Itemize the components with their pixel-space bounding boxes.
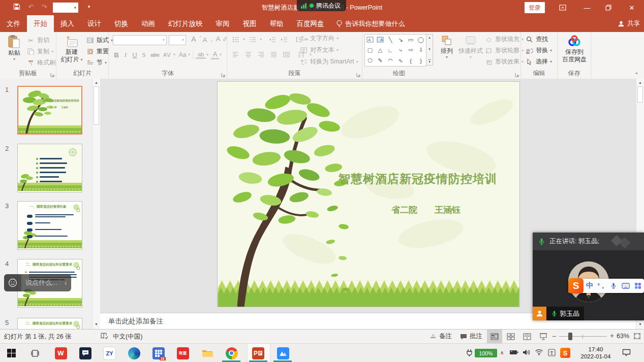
tab-file[interactable]: 文件 [0,15,27,32]
new-slide-button[interactable]: 新建 幻灯片▾ [59,35,84,63]
meeting-window-header[interactable]: 正在讲话: 郭玉晶; [533,233,644,250]
editor-scrollbar-thumb[interactable] [637,86,643,103]
save-icon[interactable] [10,0,23,13]
char-spacing-button[interactable]: AV▾ [162,52,175,58]
font-dialog-launcher-icon[interactable] [221,73,226,77]
oval-shape-icon[interactable]: ◯ [416,35,426,45]
strikethrough-button[interactable]: abc [148,52,162,58]
clear-formatting-button[interactable]: A [213,35,227,43]
numbering-icon[interactable] [248,35,257,44]
tab-baidu-netdisk[interactable]: 百度网盘 [290,15,331,32]
task-view-button[interactable] [28,347,41,359]
paragraph-dialog-launcher-icon[interactable] [356,73,361,77]
tab-view[interactable]: 视图 [236,15,263,32]
align-center-icon[interactable] [244,50,253,59]
font-color-button[interactable]: A▾ [211,50,222,59]
power-plug-icon[interactable] [466,349,473,357]
curve-shape-icon[interactable]: ∿ [396,56,406,65]
distribute-icon[interactable] [282,50,291,59]
view-sorter-button[interactable] [503,330,518,343]
emoji-icon[interactable] [4,274,21,291]
redo-button[interactable]: ↷ [38,0,51,13]
tab-home[interactable]: 开始 [27,15,54,32]
format-painter-button[interactable]: 格式刷 [26,58,55,67]
text-shadow-button[interactable]: S [139,51,148,59]
battery-icon[interactable] [509,349,518,356]
align-left-icon[interactable] [231,50,240,59]
arrange-button[interactable]: 排列▾ [436,35,457,59]
italic-button[interactable]: I [121,51,130,59]
find-button[interactable]: 查找 [525,35,548,44]
ribbon-display-options-icon[interactable] [552,0,573,15]
language-label[interactable]: 中文(中国) [113,333,142,341]
clipboard-dialog-launcher-icon[interactable] [50,73,55,77]
zoom-in-button[interactable]: + [610,332,614,340]
tray-expand-icon[interactable]: ∧ [500,350,504,355]
powerpoint-icon[interactable]: P [252,347,264,359]
youdao-icon[interactable]: 有道 [176,347,189,359]
ime-keyboard-icon[interactable] [620,283,632,289]
view-slideshow-button[interactable] [536,330,551,343]
section-button[interactable]: 节▾ [86,58,107,67]
quick-styles-button[interactable]: 快速样式▾ [458,35,483,59]
cut-button[interactable]: ✂剪切 [26,36,49,45]
slide-thumbnail-1[interactable]: 智慧树酒店新冠疫情防控培训 省二院 王涵钰 [17,86,82,135]
shapes-gallery[interactable]: A A ╲ ↘ ▭ ◯ ▢ △ ∟ ⤷ ⇨ ⇩ ⬠ ✎ ◠ ∿ { } [364,34,426,67]
view-reading-button[interactable] [519,330,535,343]
elbow-arrow-connector-icon[interactable]: ⤷ [396,45,406,55]
tell-me-box[interactable]: 告诉我你想要做什么 [331,15,410,32]
tab-transitions[interactable]: 切换 [108,15,135,32]
tab-slideshow[interactable]: 幻灯片放映 [162,15,209,32]
reset-button[interactable]: 重置 [86,47,109,56]
tencent-meeting-pill[interactable]: 腾讯会议 [297,0,346,11]
justify-icon[interactable] [269,50,278,59]
bold-button[interactable]: B [112,51,121,59]
text-box-icon[interactable]: A [365,35,375,45]
increase-indent-icon[interactable] [280,35,288,44]
grow-font-button[interactable]: A˄ [189,35,202,43]
meeting-chat-bubble[interactable]: 说点什么... ‹ [4,274,71,291]
chat-input-placeholder[interactable]: 说点什么... [21,278,59,287]
align-right-icon[interactable] [257,50,265,59]
gallery-up-icon[interactable]: ▲ [428,36,431,39]
slide-subtitle[interactable]: 省二院 王涵钰 [339,204,513,216]
tab-review[interactable]: 审阅 [209,15,236,32]
sogou-tray-icon[interactable]: S [560,348,570,358]
calendar-app-icon[interactable]: 15 [152,347,165,359]
comments-toggle[interactable]: 批注 [460,330,482,343]
select-button[interactable]: 选择▾ [525,57,552,66]
zoom-slider-thumb[interactable] [568,333,572,340]
slide-canvas[interactable]: 智慧树酒店新冠疫情防控培训 省二院 王涵钰 [218,82,519,307]
thumb-scroll-up-icon[interactable]: ▲ [93,81,100,84]
arc-shape-icon[interactable]: ◠ [386,56,395,65]
edge-icon[interactable] [128,347,140,359]
vertical-text-box-icon[interactable]: A [376,35,385,45]
arrow-shape-icon[interactable]: ↘ [396,35,406,45]
file-explorer-icon[interactable] [201,347,213,359]
ime-toolbox-icon[interactable] [632,282,644,289]
shape-fill-button[interactable]: 形状填充▾ [484,35,524,44]
notes-toggle[interactable]: 备注 [430,330,452,343]
thumb-scroll-down-icon[interactable]: ▼ [93,322,100,326]
change-case-button[interactable]: Aa▾ [177,51,190,58]
wifi-icon[interactable] [535,349,543,355]
left-brace-shape-icon[interactable]: { [406,56,416,65]
slide-thumbnail-5[interactable]: 二、隔离酒店的选址和设置要求 [17,318,82,329]
save-to-baidu-button[interactable]: 保存到百度网盘 [562,35,587,63]
spellcheck-icon[interactable] [101,333,108,340]
ime-voice-icon[interactable] [608,282,620,289]
battery-percentage-badge[interactable]: 100% [475,349,497,357]
drawing-dialog-launcher-icon[interactable] [515,73,519,77]
rounded-rectangle-shape-icon[interactable]: ▢ [365,45,375,55]
speaker-icon[interactable] [523,349,531,356]
shrink-font-button[interactable]: A˅ [200,36,213,44]
text-direction-button[interactable]: A 文字方向▾ [299,34,339,43]
font-name-combobox[interactable]: ▾ [113,35,167,45]
shape-outline-button[interactable]: 形状轮廓▾ [484,46,524,55]
view-normal-button[interactable] [487,330,502,343]
ime-punctuation-toggle[interactable]: °， [596,282,608,290]
zoom-out-button[interactable]: − [552,332,556,340]
slide-title[interactable]: 智慧树酒店新冠疫情防控培训 [339,171,519,187]
block-arrow-down-icon[interactable]: ⇩ [416,45,426,55]
tab-design[interactable]: 设计 [81,15,108,32]
